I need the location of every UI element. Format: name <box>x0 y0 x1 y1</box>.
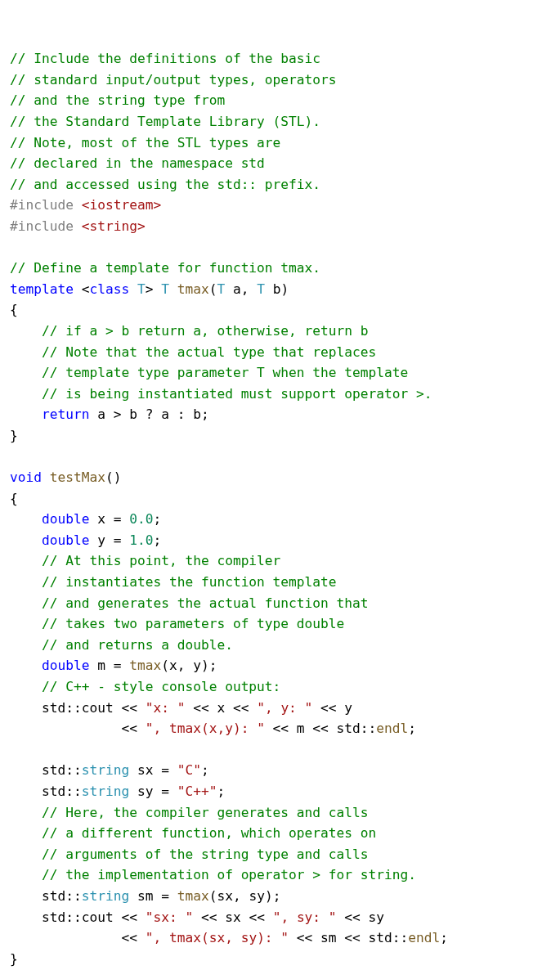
keyword-class: class <box>89 281 129 297</box>
comment-line: // arguments of the string type and call… <box>42 847 369 862</box>
keyword-double: double <box>42 658 89 673</box>
string-literal: "sx: " <box>146 909 193 925</box>
comment-line: // and generates the actual function tha… <box>42 595 369 611</box>
comment-line: // instantiates the function template <box>42 574 337 590</box>
type-param: T <box>217 281 225 297</box>
comment-line: // Define a template for function tmax. <box>10 260 320 276</box>
string-literal: "x: " <box>146 700 186 716</box>
preprocessor-keyword: #include <box>10 218 74 234</box>
comment-line: // takes two parameters of type double <box>42 616 344 631</box>
preprocessor-keyword: #include <box>10 197 74 213</box>
function-name: testMax <box>50 469 105 485</box>
include-target: <string> <box>82 218 146 234</box>
function-call: tmax <box>129 658 161 673</box>
keyword-double: double <box>42 532 89 548</box>
comment-line: // C++ - style console output: <box>42 679 280 694</box>
comment-line: // At this point, the compiler <box>42 553 280 568</box>
string-literal: ", tmax(x,y): " <box>146 721 265 736</box>
string-literal: ", y: " <box>257 700 312 716</box>
comment-line: // standard input/output types, operator… <box>10 72 337 88</box>
number-literal: 1.0 <box>129 532 153 548</box>
code-block: // Include the definitions of the basic … <box>10 48 550 969</box>
string-literal: "C++" <box>177 784 217 799</box>
include-target: <iostream> <box>82 197 161 213</box>
comment-line: // and accessed using the std:: prefix. <box>10 177 320 192</box>
string-literal: ", sy: " <box>273 909 337 925</box>
comment-line: // and the string type from <box>10 92 225 108</box>
comment-line: // the implementation of operator > for … <box>42 867 416 882</box>
type-string: string <box>82 784 129 799</box>
comment-line: // if a > b return a, otherwise, return … <box>42 323 369 339</box>
comment-line: // is being instantiated must support op… <box>42 386 432 402</box>
type-param: T <box>161 281 169 297</box>
type-string: string <box>82 762 129 778</box>
keyword-double: double <box>42 511 89 527</box>
comment-line: // template type parameter T when the te… <box>42 365 408 380</box>
identifier-endl: endl <box>376 721 408 736</box>
keyword-void: void <box>10 469 42 485</box>
comment-line: // Note, most of the STL types are <box>10 135 280 150</box>
comment-line: // Here, the compiler generates and call… <box>42 805 369 820</box>
number-literal: 0.0 <box>129 511 153 527</box>
identifier-endl: endl <box>408 930 440 945</box>
comment-line: // Include the definitions of the basic <box>10 51 320 66</box>
string-literal: ", tmax(sx, sy): " <box>146 930 289 945</box>
comment-line: // declared in the namespace std <box>10 155 265 171</box>
comment-line: // a different function, which operates … <box>42 825 376 841</box>
keyword-return: return <box>42 406 89 422</box>
comment-line: // the Standard Template Library (STL). <box>10 114 320 129</box>
string-literal: "C" <box>177 762 201 778</box>
comment-line: // Note that the actual type that replac… <box>42 344 376 360</box>
function-call: tmax <box>177 888 209 904</box>
keyword-template: template <box>10 281 74 297</box>
comment-line: // and returns a double. <box>42 637 233 653</box>
type-param: T <box>137 281 146 297</box>
type-param: T <box>257 281 265 297</box>
function-name: tmax <box>177 281 209 297</box>
type-string: string <box>82 888 129 904</box>
